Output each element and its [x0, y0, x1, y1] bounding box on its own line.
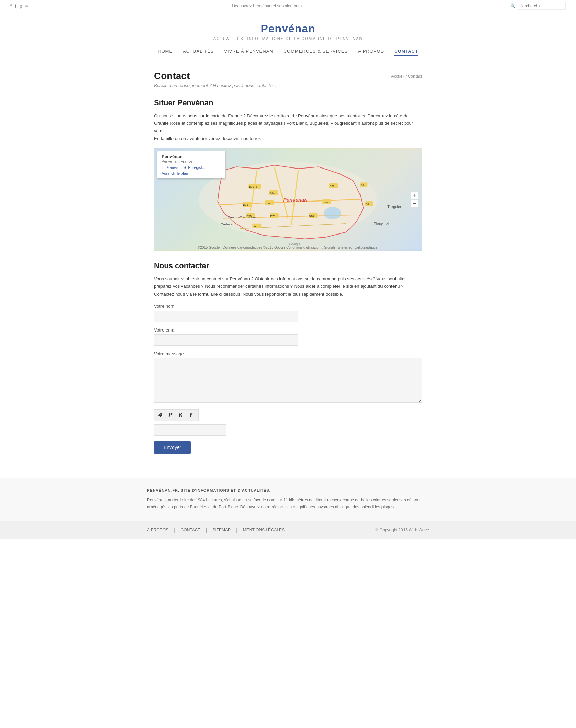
form-name-group: Votre nom	[154, 304, 422, 322]
svg-text:D6: D6	[360, 184, 364, 187]
form-captcha-group: 4 P K Y	[154, 409, 422, 436]
contact-title: Nous contacter	[154, 261, 422, 270]
svg-text:D8: D8	[365, 203, 369, 206]
svg-text:Google: Google	[289, 242, 301, 246]
svg-text:Trévou-Tréguignec: Trévou-Tréguignec	[228, 215, 256, 219]
site-header: Penvénan ACTUALITÉS, INFORMATIONS DE LA …	[0, 12, 576, 44]
map-itineraires[interactable]: Itinéraires	[162, 165, 178, 170]
form-email-group: Votre email	[154, 327, 422, 346]
svg-line-6	[223, 215, 353, 218]
map-footer: ©2015 Google - Données cartographiques ©…	[154, 246, 422, 249]
svg-text:D70: D70	[270, 215, 275, 218]
map-penvénan-label: Penvénan	[283, 197, 308, 203]
svg-rect-27	[252, 224, 261, 228]
svg-text:D74: D74	[269, 192, 275, 195]
facebook-icon[interactable]: f	[10, 3, 12, 9]
svg-text:Tréguier: Tréguier	[387, 205, 401, 209]
map-info-title: Penvénan	[162, 154, 221, 159]
svg-text:Trélévern: Trélévern	[221, 222, 236, 226]
name-label: Votre nom	[154, 304, 422, 309]
svg-line-4	[291, 171, 298, 226]
search-input[interactable]	[518, 2, 566, 10]
footer-copyright: © Copyright 2015 Web-Wave	[375, 528, 429, 532]
svg-text:D70: D70	[249, 185, 254, 188]
site-title: Penvénan	[7, 22, 569, 35]
svg-rect-15	[265, 200, 274, 205]
captcha-input[interactable]	[154, 424, 226, 436]
svg-line-3	[274, 167, 288, 219]
nav-home[interactable]: HOME	[158, 48, 173, 56]
svg-rect-29	[248, 184, 256, 189]
svg-rect-19	[270, 213, 279, 218]
svg-rect-17	[322, 199, 331, 204]
nav-contact[interactable]: CONTACT	[394, 48, 418, 56]
footer-link-mentions[interactable]: MENTIONS LÉGALES	[243, 528, 285, 532]
discover-text: Découvrez Penvénan et ses alentours ...	[28, 3, 510, 8]
svg-text:D31: D31	[265, 202, 270, 205]
search-icon[interactable]: 🔍	[510, 3, 516, 8]
camera-icon[interactable]: ⌗	[25, 3, 28, 9]
svg-rect-31	[360, 183, 367, 187]
footer-info-title: PENVÉNAN.FR, SITE D'INFORMATIONS ET D'AC…	[147, 488, 429, 492]
map-info-actions: Itinéraires ★ Enregist...	[162, 165, 221, 170]
submit-button[interactable]: Envoyer	[154, 441, 191, 454]
nav-vivre[interactable]: VIVRE À PENVÉNAN	[224, 48, 273, 56]
footer-info: PENVÉNAN.FR, SITE D'INFORMATIONS ET D'AC…	[0, 478, 576, 521]
svg-rect-9	[252, 184, 261, 189]
main-nav: HOME ACTUALITÉS VIVRE À PENVÉNAN COMMERC…	[0, 44, 576, 60]
page-title: Contact	[154, 70, 276, 82]
svg-point-8	[324, 207, 341, 219]
footer-link-list: A PROPOS | CONTACT | SITEMAP | MENTIONS …	[147, 527, 285, 533]
captcha-image: 4 P K Y	[154, 409, 199, 421]
breadcrumb: Accueil / Contact	[391, 74, 422, 79]
contact-text: Vous souhaitez obtenir un contact sur Pe…	[154, 275, 422, 298]
page-header: Contact Besoin d'un renseignement ? N'hé…	[154, 70, 422, 88]
site-subtitle: ACTUALITÉS, INFORMATIONS DE LA COMMUNE D…	[7, 36, 569, 41]
svg-text:D36: D36	[252, 185, 257, 188]
twitter-icon[interactable]: t	[15, 3, 16, 9]
map-container[interactable]: D36 D74 D31 D31 D74 D70 D10 D73 D75 D31	[154, 148, 422, 251]
svg-text:D74: D74	[323, 201, 328, 204]
email-label: Votre email	[154, 327, 422, 333]
svg-text:D10: D10	[309, 215, 314, 218]
svg-text:D31: D31	[330, 185, 335, 188]
map-zoom: + −	[411, 192, 418, 207]
map-zoom-out[interactable]: −	[411, 200, 418, 207]
svg-rect-33	[365, 201, 373, 206]
top-bar: f t p ⌗ Découvrez Penvénan et ses alento…	[0, 0, 576, 12]
message-label: Votre message	[154, 351, 422, 356]
map-agrandir[interactable]: Agrandir le plan	[162, 171, 221, 175]
map-zoom-in[interactable]: +	[411, 192, 418, 199]
map-info-box: Penvénan Penvénan, France Itinéraires ★ …	[157, 151, 226, 178]
footer-link-apropos[interactable]: A PROPOS	[147, 528, 168, 532]
name-input[interactable]	[154, 311, 298, 322]
page-subtitle: Besoin d'un renseignement ? N'hésitez pa…	[154, 83, 276, 88]
search-area: 🔍	[510, 2, 566, 10]
message-textarea[interactable]	[154, 358, 422, 403]
map-enregistrer[interactable]: ★ Enregist...	[184, 165, 205, 170]
svg-line-7	[240, 224, 346, 229]
map-info-subtitle: Penvénan, France	[162, 159, 221, 163]
footer-links: A PROPOS | CONTACT | SITEMAP | MENTIONS …	[0, 521, 576, 539]
map-background: D36 D74 D31 D31 D74 D70 D10 D73 D75 D31	[154, 148, 422, 251]
svg-rect-25	[246, 213, 255, 218]
email-input[interactable]	[154, 334, 298, 346]
contact-form: Votre nom Votre email Votre message 4 P …	[154, 304, 422, 454]
nav-actualites[interactable]: ACTUALITÉS	[183, 48, 214, 56]
situer-title: Situer Penvénan	[154, 98, 422, 107]
main-content: Contact Besoin d'un renseignement ? N'hé…	[147, 60, 429, 464]
nav-commerces[interactable]: COMMERCES & SERVICES	[284, 48, 348, 56]
footer-link-sitemap[interactable]: SITEMAP	[212, 528, 231, 532]
svg-rect-21	[309, 213, 318, 218]
form-message-group: Votre message	[154, 351, 422, 404]
svg-text:Plouguiel: Plouguiel	[374, 222, 389, 226]
situer-text: Ou nous situons nous sur la carte de Fra…	[154, 112, 422, 142]
pinterest-icon[interactable]: p	[20, 3, 22, 9]
svg-rect-11	[269, 190, 278, 195]
social-icons: f t p ⌗	[10, 3, 28, 9]
svg-line-2	[250, 171, 257, 212]
nav-apropos[interactable]: A PROPOS	[358, 48, 384, 56]
svg-text:D75: D75	[246, 215, 252, 218]
footer-info-text: Penvénan, au territoire de 1984 hectares…	[147, 497, 429, 511]
footer-link-contact[interactable]: CONTACT	[181, 528, 200, 532]
